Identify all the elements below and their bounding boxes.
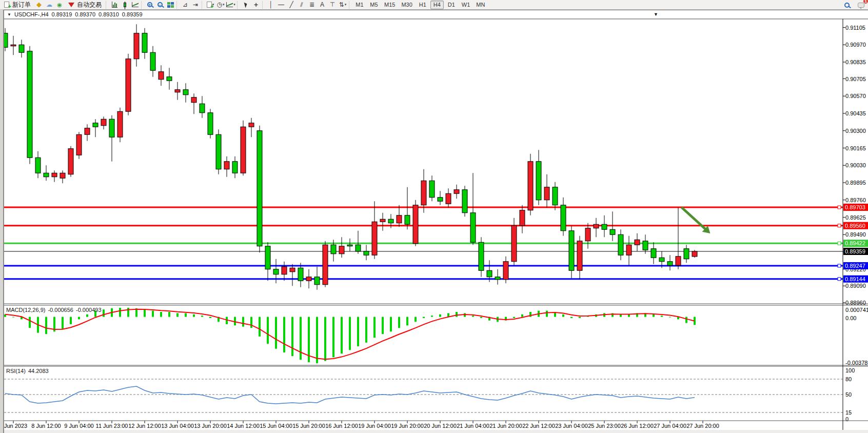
macd-bar	[300, 317, 302, 360]
candle	[241, 127, 246, 173]
candle	[314, 277, 320, 285]
line-handle[interactable]	[838, 264, 841, 267]
candle	[544, 187, 549, 200]
line-handle[interactable]	[838, 206, 841, 209]
macd-bar	[456, 312, 458, 317]
line-chart-icon[interactable]	[130, 1, 140, 9]
cursor-icon[interactable]	[241, 1, 250, 9]
candle	[635, 240, 640, 245]
autotrading-icon[interactable]	[67, 1, 76, 9]
macd-bar	[620, 314, 622, 317]
toolbar-separator	[237, 1, 240, 9]
market-icon[interactable]: ◆	[34, 1, 44, 9]
macd-bar	[570, 317, 573, 318]
main-toolbar: 新订单 ◆ ☁ ◉ 自动交易 + − ⊿ ⇥ ▾ ◷▾ ▾ ＋ │ — ╱ ⫽ …	[0, 0, 868, 10]
text-label-icon[interactable]: ⊤	[328, 1, 337, 9]
chat-icon[interactable]: 1	[856, 1, 865, 9]
timeframe-w1[interactable]: W1	[459, 1, 473, 9]
macd-bar	[193, 314, 195, 317]
macd-bar	[579, 317, 581, 318]
period-clock-icon[interactable]: ◷▾	[216, 1, 225, 9]
window-bottom-edge	[4, 430, 868, 433]
macd-bar	[144, 309, 146, 317]
candle	[290, 268, 295, 272]
text-icon[interactable]: A	[318, 1, 327, 9]
timeframe-h4[interactable]: H4	[430, 1, 444, 9]
price-axis-label: 0.89625	[845, 214, 866, 221]
chevron-down-icon[interactable]: ▼	[7, 12, 11, 17]
new-order-icon[interactable]	[2, 1, 11, 9]
candle	[52, 173, 57, 177]
candle	[142, 33, 147, 53]
timeframe-h1[interactable]: H1	[416, 1, 429, 9]
macd-bar	[70, 317, 72, 324]
price-axis-label: 0.89090	[845, 283, 866, 289]
window-left-edge[interactable]	[0, 10, 4, 433]
timeframe-d1[interactable]: D1	[445, 1, 458, 9]
channel-icon[interactable]: ⫽	[297, 1, 306, 9]
timeframe-m15[interactable]: M15	[382, 1, 398, 9]
time-axis-label: 27 Jun 04:00	[654, 423, 686, 429]
macd-bar	[201, 316, 203, 317]
macd-bar	[250, 317, 252, 328]
search-icon[interactable]	[842, 1, 852, 9]
candle	[594, 224, 599, 228]
timeframe-m30[interactable]: M30	[399, 1, 415, 9]
macd-bar	[390, 317, 392, 332]
candle	[44, 173, 49, 177]
macd-bar	[480, 317, 482, 318]
candle	[438, 198, 443, 202]
template-icon[interactable]: ▾	[226, 1, 235, 9]
toolbar-separator	[262, 1, 265, 9]
price-axis-label: 0.90835	[845, 59, 866, 65]
macd-bar	[283, 317, 285, 352]
new-order-button[interactable]: 新订单	[12, 1, 31, 9]
line-handle[interactable]	[838, 224, 841, 227]
macd-bar	[160, 312, 162, 317]
macd-bar	[316, 317, 318, 363]
bar-chart-icon[interactable]	[110, 1, 119, 9]
candle	[200, 104, 205, 113]
zoom-in-icon[interactable]: +	[145, 1, 154, 9]
strategy-tester-icon[interactable]: ⊿	[181, 1, 190, 9]
auto-scroll-icon[interactable]: ⇥	[191, 1, 200, 9]
candle	[470, 213, 476, 243]
crosshair-icon[interactable]: ＋	[251, 1, 261, 9]
price-axis-label: 0.90435	[845, 110, 866, 116]
macd-bar	[661, 316, 663, 317]
arrows-icon[interactable]: ⇅▾	[338, 1, 347, 9]
macd-bar	[685, 317, 687, 323]
candle	[191, 97, 196, 103]
trendline-icon[interactable]: ╱	[287, 1, 296, 9]
new-chart-icon[interactable]: ▾	[206, 1, 215, 9]
zoom-out-icon[interactable]: −	[155, 1, 165, 9]
line-handle[interactable]	[838, 242, 841, 245]
candle	[536, 162, 541, 200]
candlestick-icon[interactable]	[120, 1, 129, 9]
time-axis-label: 26 Jun 12:00	[621, 423, 654, 429]
vertical-line-icon[interactable]: │	[266, 1, 275, 9]
candle	[101, 119, 106, 126]
macd-bar	[365, 317, 367, 343]
timeframe-mn[interactable]: MN	[474, 1, 487, 9]
timeframe-m1[interactable]: M1	[353, 1, 366, 9]
candle	[150, 52, 155, 70]
macd-bar	[415, 317, 417, 322]
candle	[659, 258, 664, 262]
price-axis-label: 0.89760	[845, 197, 866, 203]
chart-title-bar[interactable]: ▼ USDCHF-,H4 0.89319 0.89370 0.89310 0.8…	[4, 10, 868, 19]
autotrading-button[interactable]: 自动交易	[77, 1, 102, 9]
candle	[232, 162, 238, 173]
time-axis-label: 19 Jun 04:00	[358, 423, 391, 429]
signals-icon[interactable]: ◉	[55, 1, 64, 9]
timeframe-m5[interactable]: M5	[367, 1, 381, 9]
line-handle[interactable]	[838, 278, 841, 281]
horizontal-line-icon[interactable]: —	[277, 1, 286, 9]
window-collapse-icon[interactable]: ▼	[654, 12, 658, 17]
candle	[93, 123, 98, 127]
fibonacci-icon[interactable]: ≣	[307, 1, 317, 9]
ohlc-open: 0.89319	[52, 11, 72, 17]
community-icon[interactable]: ☁	[45, 1, 54, 9]
price-chart-canvas[interactable]: 0.911050.909700.908350.907050.905700.904…	[0, 0, 868, 433]
tile-windows-icon[interactable]	[166, 1, 175, 9]
